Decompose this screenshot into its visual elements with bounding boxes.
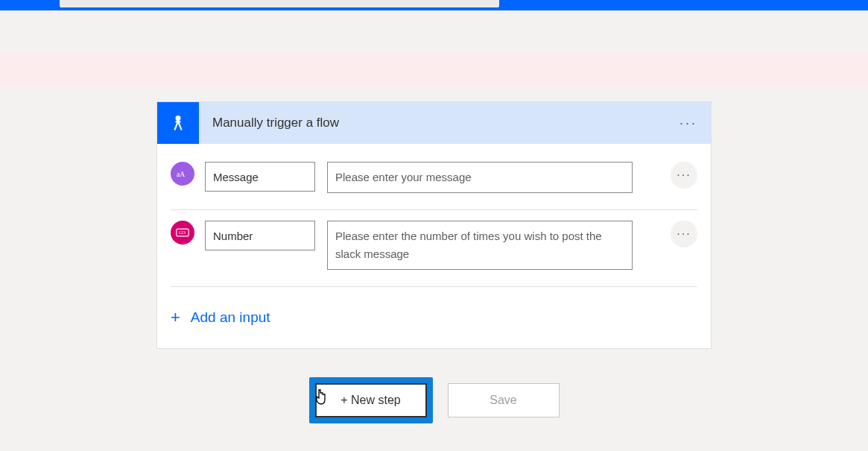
new-step-highlight: + New step [309, 377, 433, 423]
add-input-label: Add an input [191, 309, 270, 326]
plus-icon: + [171, 308, 180, 327]
app-top-bar [0, 0, 868, 10]
input-prompt-field[interactable]: Please enter the number of times you wis… [327, 221, 633, 270]
card-header[interactable]: Manually trigger a flow ··· [157, 102, 711, 144]
number-type-icon: 123 [171, 221, 194, 245]
new-step-button[interactable]: + New step [315, 383, 427, 417]
input-prompt-field[interactable]: Please enter your message [327, 162, 633, 193]
svg-text:aA: aA [177, 170, 185, 178]
input-name-field[interactable] [205, 221, 315, 250]
input-row: 123 Please enter the number of times you… [171, 210, 697, 287]
input-row: aA Please enter your message ··· [171, 151, 697, 210]
trigger-icon [157, 102, 199, 144]
input-row-more-button[interactable]: ··· [671, 162, 697, 189]
inputs-section: aA Please enter your message ··· 123 Ple… [157, 144, 711, 287]
trigger-card: Manually trigger a flow ··· aA Please en… [156, 101, 712, 349]
svg-text:123: 123 [178, 230, 186, 235]
text-type-icon: aA [171, 162, 194, 186]
svg-point-0 [176, 116, 181, 121]
footer-actions: + New step Save [0, 377, 868, 423]
input-name-field[interactable] [205, 162, 315, 192]
add-input-button[interactable]: + Add an input [157, 287, 711, 348]
save-button[interactable]: Save [448, 383, 560, 417]
card-more-button[interactable]: ··· [679, 116, 697, 131]
search-input[interactable] [60, 0, 499, 7]
input-row-more-button[interactable]: ··· [671, 221, 697, 247]
card-title: Manually trigger a flow [199, 116, 339, 130]
notification-banner [0, 52, 868, 86]
